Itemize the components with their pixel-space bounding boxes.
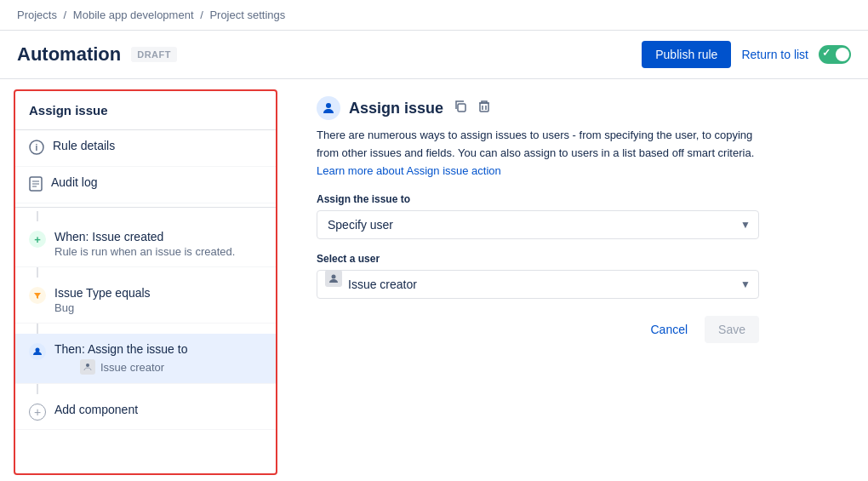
issue-creator-mini: Issue creator	[54, 356, 187, 375]
draft-badge: DRAFT	[131, 47, 177, 62]
action-tools	[452, 98, 493, 118]
publish-rule-button[interactable]: Publish rule	[642, 41, 731, 68]
breadcrumb-projects[interactable]: Projects	[17, 9, 57, 21]
svg-text:i: i	[36, 143, 38, 152]
info-circle-icon: i	[29, 140, 44, 157]
assign-select-wrapper: Specify userIssue reporterUnassigned ▼	[317, 210, 759, 239]
sidebar: Assign issue i Rule details Audi	[14, 89, 277, 475]
sidebar-item-when-trigger[interactable]: + When: Issue created Rule is run when a…	[15, 221, 276, 267]
connector-3	[37, 324, 38, 334]
sidebar-item-audit-log-label: Audit log	[51, 175, 97, 189]
filter-icon	[29, 287, 46, 304]
breadcrumb-settings[interactable]: Project settings	[209, 9, 285, 21]
then-action-label: Then: Assign the issue to	[54, 342, 187, 356]
page-header: Automation DRAFT Publish rule Return to …	[0, 31, 868, 79]
form-actions: Cancel Save	[317, 316, 759, 343]
breadcrumb-sep1: /	[64, 9, 67, 21]
add-circle-icon: +	[29, 404, 46, 421]
assign-issue-to-group: Assign the issue to Specify userIssue re…	[317, 193, 759, 239]
sidebar-item-then-action[interactable]: Then: Assign the issue to Issue creator	[15, 334, 276, 384]
divider-1	[15, 207, 276, 208]
svg-rect-10	[480, 103, 488, 112]
action-header: Assign issue	[317, 96, 842, 120]
add-component-label: Add component	[54, 403, 138, 416]
svg-rect-9	[458, 104, 465, 112]
save-button[interactable]: Save	[705, 316, 759, 343]
copy-action-button[interactable]	[452, 98, 469, 118]
select-user-select[interactable]: Issue creatorIssue reporterUnassigned	[317, 270, 759, 299]
delete-action-button[interactable]	[476, 98, 493, 118]
when-trigger-label: When: Issue created	[54, 230, 235, 243]
rule-toggle-wrapper	[819, 45, 851, 64]
sidebar-heading: Assign issue	[15, 91, 276, 130]
sidebar-item-condition[interactable]: Issue Type equals Bug	[15, 278, 276, 324]
select-user-group: Select a user Issue creatorIssue reporte…	[317, 253, 759, 299]
page-title: Automation	[17, 43, 121, 66]
connector-2	[37, 267, 38, 278]
sidebar-item-rule-details-label: Rule details	[53, 139, 115, 152]
issue-creator-mini-label: Issue creator	[100, 361, 164, 374]
connector-1	[37, 211, 38, 221]
svg-point-8	[326, 103, 331, 108]
assign-issue-to-select[interactable]: Specify userIssue reporterUnassigned	[317, 210, 759, 239]
main-content: Assign issue There are numerous ways to …	[291, 79, 868, 481]
select-user-wrapper: Issue creatorIssue reporterUnassigned ▼	[317, 270, 759, 299]
cancel-button[interactable]: Cancel	[640, 316, 698, 343]
plus-circle-icon: +	[29, 231, 46, 248]
condition-label: Issue Type equals	[54, 286, 151, 300]
svg-point-7	[86, 364, 89, 367]
main-layout: Assign issue i Rule details Audi	[0, 79, 868, 481]
header-actions: Publish rule Return to list	[642, 41, 851, 68]
mini-avatar	[80, 359, 95, 375]
sidebar-item-audit-log[interactable]: Audit log	[15, 167, 276, 203]
action-title: Assign issue	[349, 100, 443, 117]
connector-4	[37, 384, 38, 394]
svg-point-6	[36, 348, 40, 352]
breadcrumb-sep2: /	[200, 9, 203, 21]
return-to-list-link[interactable]: Return to list	[741, 48, 808, 61]
select-user-label: Select a user	[317, 253, 759, 265]
rule-enabled-toggle[interactable]	[819, 45, 851, 64]
assign-label: Assign the issue to	[317, 193, 759, 205]
condition-subtitle: Bug	[54, 301, 151, 314]
breadcrumb-mobile[interactable]: Mobile app development	[73, 9, 194, 21]
breadcrumb: Projects / Mobile app development / Proj…	[0, 0, 868, 31]
when-trigger-subtitle: Rule is run when an issue is created.	[54, 245, 235, 258]
assign-action-icon	[317, 96, 340, 120]
sidebar-item-add-component[interactable]: + Add component	[15, 394, 276, 430]
file-icon	[29, 176, 43, 194]
action-description: There are numerous ways to assign issues…	[317, 127, 759, 180]
sidebar-item-rule-details[interactable]: i Rule details	[15, 130, 276, 167]
person-circle-icon	[29, 343, 46, 360]
learn-more-link[interactable]: Learn more about Assign issue action	[317, 164, 501, 177]
